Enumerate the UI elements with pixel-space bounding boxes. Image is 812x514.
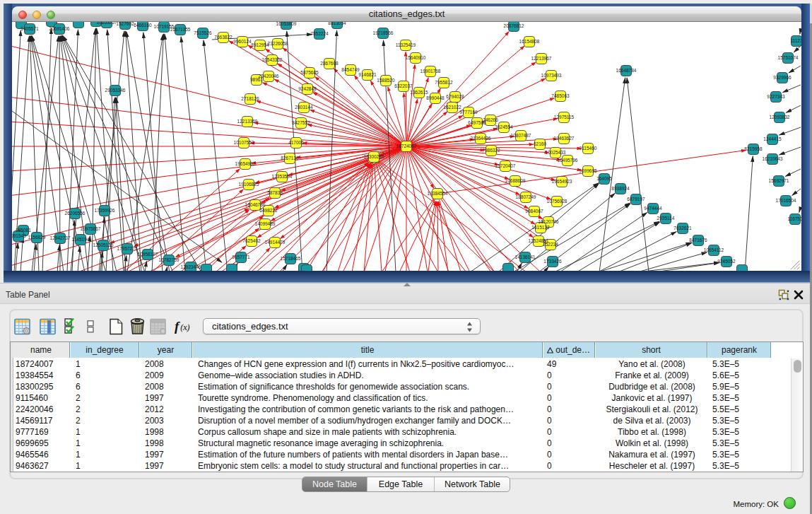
svg-text:12505135: 12505135 bbox=[93, 243, 114, 247]
svg-text:7632621: 7632621 bbox=[673, 226, 692, 230]
svg-text:15640910: 15640910 bbox=[406, 55, 426, 60]
svg-text:8267130: 8267130 bbox=[281, 156, 299, 160]
svg-text:8990448: 8990448 bbox=[426, 95, 445, 100]
svg-text:18724007: 18724007 bbox=[396, 144, 417, 148]
svg-text:10653257: 10653257 bbox=[97, 22, 117, 25]
svg-text:17016504: 17016504 bbox=[776, 198, 796, 203]
svg-text:9777169: 9777169 bbox=[459, 110, 478, 115]
svg-text:20876812: 20876812 bbox=[504, 23, 524, 28]
svg-text:252234: 252234 bbox=[543, 242, 558, 247]
svg-text:10025433: 10025433 bbox=[546, 150, 566, 155]
svg-text:15495796: 15495796 bbox=[558, 158, 578, 163]
svg-text:9084067: 9084067 bbox=[525, 209, 543, 214]
svg-text:8215958: 8215958 bbox=[744, 146, 763, 151]
svg-text:10688609: 10688609 bbox=[505, 178, 526, 183]
svg-text:15751074: 15751074 bbox=[778, 55, 799, 60]
svg-text:1145194: 1145194 bbox=[72, 237, 90, 242]
svg-text:164095: 164095 bbox=[596, 176, 612, 181]
svg-text:1621022: 1621022 bbox=[443, 105, 461, 110]
svg-text:1405571: 1405571 bbox=[20, 26, 39, 31]
svg-text:9146821: 9146821 bbox=[358, 72, 377, 77]
svg-text:991549: 991549 bbox=[12, 233, 26, 238]
svg-text:9474444: 9474444 bbox=[644, 206, 662, 211]
svg-text:8427552: 8427552 bbox=[292, 120, 310, 125]
svg-text:62160: 62160 bbox=[534, 141, 546, 146]
svg-text:8938924: 8938924 bbox=[611, 186, 630, 191]
svg-text:15718465: 15718465 bbox=[281, 256, 301, 261]
svg-text:587833: 587833 bbox=[267, 190, 283, 195]
svg-text:29053346: 29053346 bbox=[105, 88, 126, 93]
svg-text:19901768: 19901768 bbox=[420, 69, 441, 74]
svg-text:5875685: 5875685 bbox=[300, 70, 319, 75]
svg-text:746266: 746266 bbox=[483, 117, 498, 122]
svg-text:8813054: 8813054 bbox=[328, 22, 346, 25]
svg-text:6322037: 6322037 bbox=[394, 83, 413, 88]
svg-text:1527602: 1527602 bbox=[116, 22, 134, 26]
svg-text:2718126: 2718126 bbox=[241, 96, 259, 101]
svg-text:16210643: 16210643 bbox=[763, 156, 783, 161]
svg-text:1156829: 1156829 bbox=[28, 235, 46, 240]
svg-text:9242848: 9242848 bbox=[298, 86, 317, 91]
svg-text:16671355: 16671355 bbox=[170, 27, 191, 32]
svg-text:12923446: 12923446 bbox=[181, 264, 201, 269]
svg-text:6498222: 6498222 bbox=[259, 208, 278, 213]
svg-text:985081: 985081 bbox=[16, 228, 31, 233]
svg-text:7515526: 7515526 bbox=[194, 30, 212, 35]
svg-text:7625402: 7625402 bbox=[242, 238, 261, 243]
svg-text:16648784: 16648784 bbox=[616, 68, 637, 73]
svg-text:19975867: 19975867 bbox=[81, 226, 101, 231]
svg-text:9227343: 9227343 bbox=[767, 94, 785, 99]
svg-text:9657771: 9657771 bbox=[232, 255, 250, 259]
svg-text:2867608: 2867608 bbox=[320, 61, 339, 66]
svg-text:10107553: 10107553 bbox=[234, 140, 254, 145]
svg-text:16053809: 16053809 bbox=[276, 22, 297, 26]
svg-text:11325419: 11325419 bbox=[396, 42, 416, 47]
svg-text:3624554: 3624554 bbox=[495, 124, 513, 129]
svg-text:16154808: 16154808 bbox=[519, 39, 540, 44]
svg-text:19654923: 19654923 bbox=[552, 179, 572, 184]
svg-text:6466160: 6466160 bbox=[134, 23, 152, 28]
svg-text:16543362: 16543362 bbox=[262, 57, 283, 62]
svg-text:18300295: 18300295 bbox=[364, 154, 384, 159]
svg-text:f: f bbox=[175, 319, 180, 334]
svg-text:98961: 98961 bbox=[250, 77, 263, 82]
svg-text:9960124: 9960124 bbox=[233, 39, 252, 44]
svg-text:9329966: 9329966 bbox=[773, 75, 792, 80]
svg-text:8912954: 8912954 bbox=[251, 42, 269, 47]
svg-text:17957275: 17957275 bbox=[117, 246, 138, 251]
svg-text:15720407: 15720407 bbox=[495, 163, 516, 168]
svg-text:7663822: 7663822 bbox=[214, 35, 233, 40]
svg-text:18807249: 18807249 bbox=[516, 194, 536, 199]
svg-text:10973493: 10973493 bbox=[541, 73, 562, 78]
svg-text:1244415: 1244415 bbox=[763, 136, 782, 141]
svg-text:19384554: 19384554 bbox=[428, 191, 448, 196]
svg-text:16046766: 16046766 bbox=[245, 202, 266, 207]
svg-text:12213967: 12213967 bbox=[531, 56, 552, 61]
svg-text:23226058: 23226058 bbox=[268, 41, 288, 46]
svg-text:16782759: 16782759 bbox=[159, 257, 180, 262]
svg-text:1615132: 1615132 bbox=[531, 225, 550, 230]
svg-text:26206556: 26206556 bbox=[65, 211, 86, 216]
svg-text:9115460: 9115460 bbox=[579, 146, 597, 151]
svg-text:116753: 116753 bbox=[787, 216, 801, 221]
svg-text:10807487: 10807487 bbox=[511, 133, 531, 138]
svg-text:10958107: 10958107 bbox=[138, 252, 158, 257]
svg-text:11123: 11123 bbox=[790, 38, 801, 43]
svg-text:19218566: 19218566 bbox=[373, 30, 394, 35]
svg-text:14099489: 14099489 bbox=[255, 221, 276, 226]
svg-text:10756928: 10756928 bbox=[547, 199, 567, 204]
svg-text:7485063: 7485063 bbox=[551, 93, 570, 98]
svg-text:15692971: 15692971 bbox=[769, 178, 789, 183]
svg-text:10654112: 10654112 bbox=[704, 247, 724, 252]
svg-text:12353594: 12353594 bbox=[272, 174, 293, 179]
svg-text:14914479: 14914479 bbox=[265, 240, 286, 245]
svg-text:14136141: 14136141 bbox=[515, 255, 536, 259]
svg-text:8471676: 8471676 bbox=[689, 238, 707, 243]
svg-text:1362615: 1362615 bbox=[410, 90, 428, 95]
svg-text:6879197: 6879197 bbox=[627, 197, 645, 201]
svg-text:21364436: 21364436 bbox=[471, 136, 491, 141]
svg-text:17359926: 17359926 bbox=[95, 208, 115, 213]
svg-text:2803144: 2803144 bbox=[295, 105, 313, 110]
svg-text:6794028: 6794028 bbox=[446, 94, 464, 99]
svg-text:(x): (x) bbox=[180, 322, 190, 332]
